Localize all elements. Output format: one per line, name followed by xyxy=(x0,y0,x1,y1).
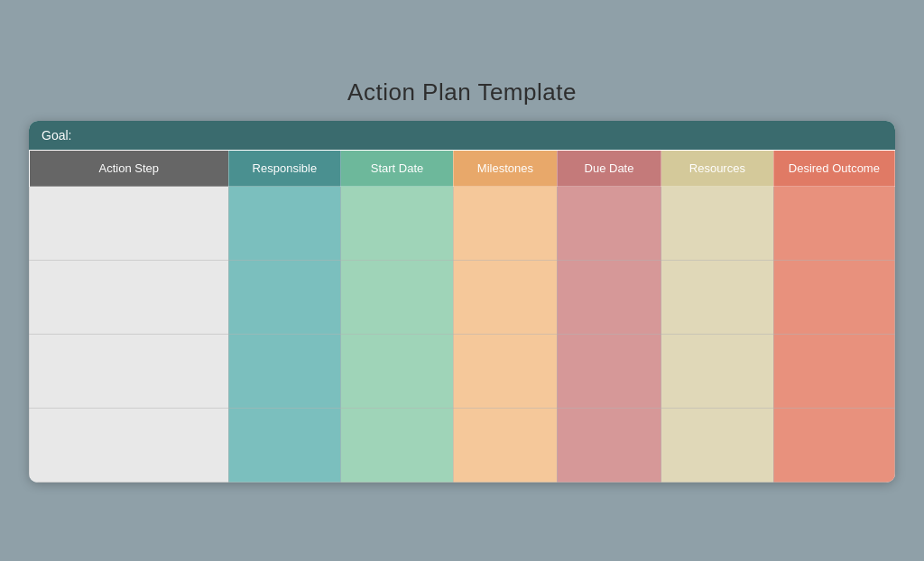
cell-due-2[interactable] xyxy=(557,261,661,335)
cell-action-1[interactable] xyxy=(30,187,229,261)
cell-res-2[interactable] xyxy=(661,261,774,335)
table-row xyxy=(30,187,895,261)
table-row xyxy=(30,261,895,335)
cell-res-1[interactable] xyxy=(661,187,774,261)
cell-start-3[interactable] xyxy=(341,335,454,409)
header-mile: Milestones xyxy=(453,151,557,187)
table-container: Goal: Action StepResponsibleStart DateMi… xyxy=(29,121,895,483)
header-res: Resources xyxy=(661,151,774,187)
cell-due-1[interactable] xyxy=(557,187,661,261)
cell-resp-1[interactable] xyxy=(228,187,341,261)
cell-start-1[interactable] xyxy=(341,187,454,261)
cell-desired-4[interactable] xyxy=(773,409,894,483)
cell-mile-4[interactable] xyxy=(453,409,557,483)
header-desired: Desired Outcome xyxy=(773,151,894,187)
table-body xyxy=(30,187,895,483)
cell-desired-1[interactable] xyxy=(773,187,894,261)
cell-res-4[interactable] xyxy=(661,409,774,483)
cell-action-2[interactable] xyxy=(30,261,229,335)
header-resp: Responsible xyxy=(228,151,341,187)
page-title: Action Plan Template xyxy=(347,78,577,106)
cell-due-4[interactable] xyxy=(557,409,661,483)
cell-start-4[interactable] xyxy=(341,409,454,483)
cell-action-4[interactable] xyxy=(30,409,229,483)
goal-bar: Goal: xyxy=(29,121,895,150)
table-row xyxy=(30,335,895,409)
cell-mile-2[interactable] xyxy=(453,261,557,335)
cell-resp-2[interactable] xyxy=(228,261,341,335)
cell-due-3[interactable] xyxy=(557,335,661,409)
cell-resp-3[interactable] xyxy=(228,335,341,409)
page-wrapper: Action Plan Template Goal: Action StepRe… xyxy=(29,78,895,483)
action-plan-table: Action StepResponsibleStart DateMileston… xyxy=(29,150,895,483)
cell-mile-1[interactable] xyxy=(453,187,557,261)
cell-mile-3[interactable] xyxy=(453,335,557,409)
cell-desired-2[interactable] xyxy=(773,261,894,335)
cell-action-3[interactable] xyxy=(30,335,229,409)
cell-res-3[interactable] xyxy=(661,335,774,409)
cell-desired-3[interactable] xyxy=(773,335,894,409)
header-due: Due Date xyxy=(557,151,661,187)
table-row xyxy=(30,409,895,483)
header-action: Action Step xyxy=(30,151,229,187)
header-start: Start Date xyxy=(341,151,454,187)
cell-resp-4[interactable] xyxy=(228,409,341,483)
cell-start-2[interactable] xyxy=(341,261,454,335)
table-header: Action StepResponsibleStart DateMileston… xyxy=(30,151,895,187)
goal-label: Goal: xyxy=(42,128,71,143)
header-row: Action StepResponsibleStart DateMileston… xyxy=(30,151,895,187)
